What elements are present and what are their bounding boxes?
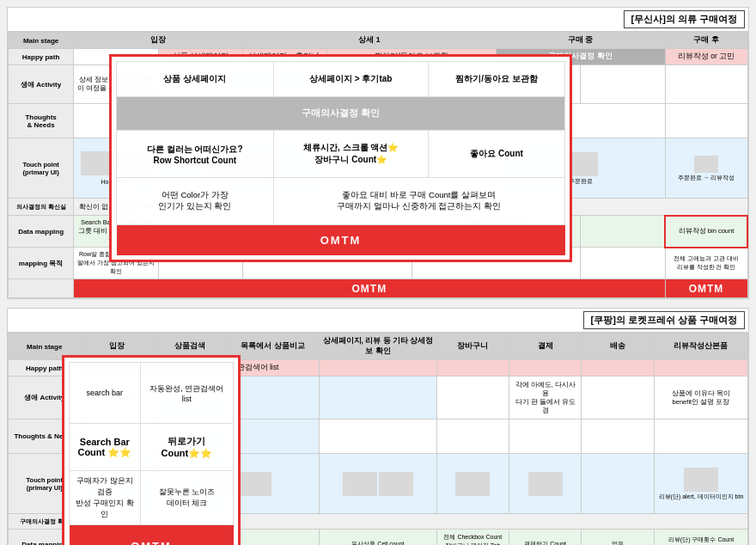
activity-label: 생애 Activity	[9, 65, 74, 104]
thoughts-label: Thoughts& Needs	[9, 104, 74, 138]
overlay-row3: 다른 컬러는 어떠신가요?Row Shortcut Count 체류시간, 스크…	[117, 131, 565, 178]
b-tp-4	[509, 454, 582, 514]
b-act-6: 상품에 이유다 목이benefit인 설명 포장	[654, 377, 747, 419]
stage-enter: 입장	[74, 33, 243, 49]
top-omtm-right: OMTM	[665, 279, 747, 298]
b-tp-2	[320, 454, 436, 514]
img-6	[694, 156, 718, 173]
b-th-6	[654, 419, 747, 454]
b-hp-4	[509, 360, 582, 377]
b-tp-6: 리뷰(단) alert, 데이터미인지 btn	[654, 454, 747, 514]
b-ov-omtm: OMTM	[70, 525, 234, 545]
top-section-title: [무신사]의 의류 구매여정	[624, 10, 745, 28]
b-ov-verify: 구매자가 많은지 검증반성 구매인지 확인	[70, 471, 141, 525]
bottom-section-title: [쿠팡]의 로켓프레쉬 상품 구매여정	[583, 311, 746, 329]
b-ov-searchbar: search bar	[70, 363, 141, 424]
mi-6: 전체 고에능과 고관 대비리뷰를 작성한 건 확인	[665, 248, 747, 279]
b-ov-row2: Search BarCount ⭐⭐ 뒤로가기 Count⭐⭐	[70, 424, 234, 471]
happy-path-label: Happy path	[9, 49, 74, 65]
act-5	[665, 65, 747, 104]
b-stage-3: 상세페이지, 리뷰 등 기타 상세정보 확인	[320, 334, 436, 360]
oc-detail: 상품 상세페이지	[117, 62, 274, 97]
bottom-section: [쿠팡]의 로켓프레쉬 상품 구매여정 Main stage	[7, 308, 749, 545]
mapping-insight-label: mapping 목적	[9, 248, 74, 279]
b-img-7	[684, 468, 718, 492]
b-th-3	[436, 419, 509, 454]
stage-after: 구매 후	[665, 33, 747, 49]
b-act-2	[320, 377, 436, 419]
b-hp-2	[320, 360, 436, 377]
touchpoint-label: Touch point(primary UI)	[9, 138, 74, 199]
main-stage-label: Main stage	[9, 33, 74, 49]
b-th-5	[582, 419, 654, 454]
b-hp-3	[436, 360, 509, 377]
oc-review-tab: 상세페이지 > 후기tab	[273, 62, 429, 97]
stage-detail: 상세 1	[242, 33, 496, 49]
b-stage-4: 장바구니	[436, 334, 509, 360]
b-stage-6: 배송	[582, 334, 654, 360]
b-img-4	[379, 472, 413, 496]
overlay-row2: 구매의사결정 확인	[117, 96, 565, 130]
b-act-4: 각에 아예도, 다시사용다기 판 들에서 유도경	[509, 377, 582, 419]
b-img-2	[237, 472, 271, 496]
thoughts-4	[665, 104, 747, 138]
page-wrapper: [무신사]의 의류 구매여정 Main stage	[0, 0, 756, 545]
b-img-3	[343, 472, 377, 496]
dm-5	[581, 216, 665, 248]
b-th-4	[509, 419, 582, 454]
tp-5: 주문완료 → 리뷰작성	[665, 138, 747, 199]
b-tp-3	[436, 454, 509, 514]
b-img-5	[455, 472, 490, 496]
overlay-omtm-cell: OMTM	[117, 225, 565, 256]
data-mapping-label: Data mapping	[9, 216, 74, 248]
b-dm-5: 없음	[582, 530, 654, 546]
b-ov-row3: 구매자가 많은지 검증반성 구매인지 확인 잘못누른 노이즈데이터 체크	[70, 471, 234, 525]
b-img-6	[528, 472, 563, 496]
oc-bookmark: 찜하기/동아요 보관함	[429, 62, 565, 97]
b-dm-6: 리뷰(단) 구매횟수 Count (Retention확인)	[654, 530, 747, 546]
b-ov-searchcount: Search BarCount ⭐⭐	[70, 424, 141, 471]
mi-5	[581, 248, 665, 279]
b-ov-omtm-cell: OMTM	[70, 525, 234, 545]
b-hp-5	[582, 360, 654, 377]
oc-popular: 어떤 Color가 가장인기가 있는지 확인	[117, 178, 274, 225]
overlay-row4: 어떤 Color가 가장인기가 있는지 확인 좋아요 대비 바로 구매 Coun…	[117, 178, 565, 225]
stage-buying: 구매 중	[496, 33, 665, 49]
oc-color: 다른 컬러는 어떠신가요?Row Shortcut Count	[117, 131, 274, 178]
top-omtm-row: OMTM OMTM	[9, 279, 748, 298]
top-section: [무신사]의 의류 구매여정 Main stage	[7, 7, 749, 299]
top-highlight-overlay: 상품 상세페이지 상세페이지 > 후기tab 찜하기/동아요 보관함 구매의사결…	[109, 54, 572, 262]
b-tp-5	[582, 454, 654, 514]
decision-label: 의사결정의 확신실	[9, 199, 74, 216]
b-dm-3: 전체 Checkbox Count장바구니 페이지 Tab Count	[436, 530, 509, 546]
stage-header-row: Main stage 입장 상세 1 구매 중 구매 후	[9, 33, 748, 49]
top-omtm-value: OMTM	[74, 279, 665, 298]
b-stage-5: 결제	[509, 334, 582, 360]
overlay-omtm: OMTM	[117, 225, 565, 256]
b-act-3	[436, 377, 509, 419]
oc-like: 좋아요 Count	[429, 131, 565, 178]
b-hp-6	[654, 360, 747, 377]
b-dm-2: 유사상품 Cell count	[320, 530, 436, 546]
b-ov-autocomplete: 자동완성, 연관검색어 list	[140, 363, 233, 424]
b-stage-7: 리뷰작성산본품	[654, 334, 747, 360]
sub-right-top: 리뷰작성 or 고민	[665, 49, 747, 65]
b-act-5	[582, 377, 654, 419]
oc-confirm: 구매의사결정 확인	[117, 96, 565, 130]
overlay-row1: 상품 상세페이지 상세페이지 > 후기tab 찜하기/동아요 보관함	[117, 62, 565, 97]
b-ov-row1: search bar 자동완성, 연관검색어 list	[70, 363, 234, 424]
b-th-2	[320, 419, 436, 454]
act-4	[581, 65, 665, 104]
b-dm-4: 결제하기 Count	[509, 530, 582, 546]
b-ov-backcount: 뒤로가기 Count⭐⭐	[140, 424, 233, 471]
oc-approach: 좋아요 대비 바로 구매 Count를 살펴보며구매까지 얼마나 신중하게 접근…	[273, 178, 565, 225]
dm-6: 리뷰작성 bin count	[665, 216, 747, 248]
bottom-highlight-overlay: search bar 자동완성, 연관검색어 list Search BarCo…	[62, 355, 241, 545]
oc-scroll: 체류시간, 스크롤 액션⭐장바구니 Count⭐	[273, 131, 429, 178]
top-omtm-label	[9, 279, 74, 298]
b-ov-noise: 잘못누른 노이즈데이터 체크	[140, 471, 233, 525]
